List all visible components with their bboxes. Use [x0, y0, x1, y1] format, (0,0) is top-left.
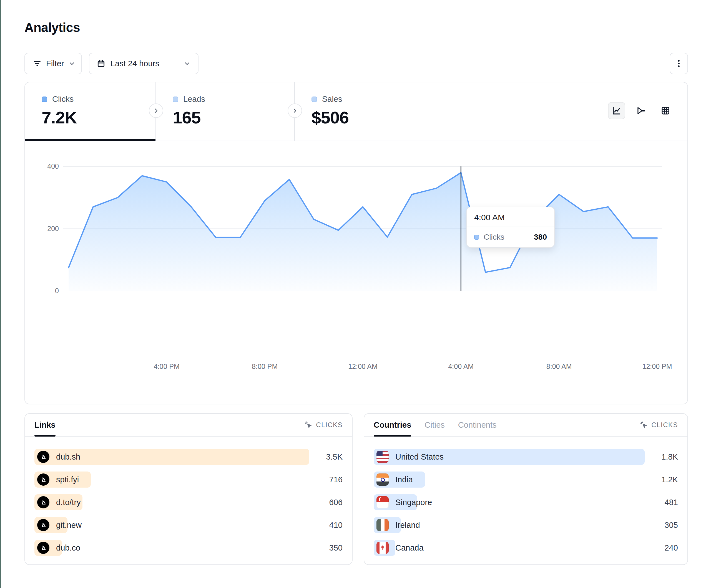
chevron-right-icon	[292, 108, 298, 114]
canada-flag-icon	[376, 542, 389, 554]
filter-button[interactable]: Filter	[24, 53, 82, 74]
country-row[interactable]: United States 1.8K	[374, 449, 678, 465]
toolbar: Filter Last 24 hours	[24, 53, 688, 74]
cursor-click-icon	[304, 421, 313, 429]
x-tick-label: 12:00 PM	[642, 362, 672, 370]
link-row[interactable]: dub.sh 3.5K	[35, 449, 343, 465]
tooltip-series-label: Clicks	[483, 233, 530, 242]
stat-label: Leads	[183, 95, 205, 104]
tooltip-value: 380	[534, 233, 547, 242]
ireland-flag-icon	[376, 519, 389, 531]
expand-clicks-button[interactable]	[149, 104, 163, 118]
country-row[interactable]: India 1.2K	[374, 472, 678, 488]
tab-cities[interactable]: Cities	[425, 414, 445, 436]
row-value: 3.5K	[309, 452, 343, 461]
y-tick-label: 400	[34, 162, 59, 170]
country-row[interactable]: Ireland 305	[374, 517, 678, 533]
clicks-value: 7.2K	[42, 108, 155, 127]
filter-lines-icon	[33, 59, 42, 68]
calendar-icon	[96, 59, 106, 68]
links-panel: Links CLICKS dub.sh 3.5K	[24, 413, 352, 565]
tab-leads[interactable]: Leads 165	[156, 82, 295, 141]
chevron-right-icon	[153, 108, 159, 114]
dub-logo-icon	[37, 496, 49, 508]
y-tick-label: 0	[34, 287, 59, 295]
line-chart-view-button[interactable]	[608, 102, 625, 119]
line-chart-icon	[611, 106, 622, 116]
x-tick-label: 8:00 PM	[252, 362, 278, 370]
y-tick-label: 200	[34, 225, 59, 233]
us-flag-icon	[376, 451, 389, 463]
tab-countries[interactable]: Countries	[374, 414, 411, 436]
row-value: 350	[309, 543, 343, 552]
tooltip-time: 4:00 AM	[467, 207, 554, 227]
clicks-timeseries-chart[interactable]: 0200400 4:00 PM8:00 PM12:00 AM4:00 AM8:0…	[25, 141, 689, 405]
row-value: 481	[645, 498, 678, 507]
more-options-button[interactable]	[670, 53, 688, 74]
dub-logo-icon	[37, 519, 49, 531]
chart-tooltip: 4:00 AM Clicks 380	[467, 207, 555, 248]
x-tick-label: 4:00 PM	[154, 362, 180, 370]
india-flag-icon	[376, 473, 389, 485]
funnel-icon	[636, 106, 646, 116]
countries-panel: Countries Cities Continents CLICKS Unite…	[364, 413, 688, 565]
window-edge-accent	[0, 0, 1, 588]
tab-links[interactable]: Links	[35, 414, 56, 436]
analytics-page: Analytics Filter Last 24 hours Clicks 7.…	[24, 0, 688, 35]
funnel-view-button[interactable]	[632, 102, 650, 119]
leads-value: 165	[173, 108, 294, 127]
leads-legend-chip	[173, 96, 178, 102]
stats-tabs-row: Clicks 7.2K Leads 165 Sales $506	[25, 82, 687, 141]
countries-metric-selector[interactable]: CLICKS	[640, 421, 678, 429]
dub-logo-icon	[37, 451, 49, 463]
x-tick-label: 8:00 AM	[546, 362, 572, 370]
chevron-down-icon	[184, 60, 191, 67]
x-tick-label: 12:00 AM	[348, 362, 378, 370]
link-row[interactable]: d.to/try 606	[35, 494, 343, 510]
tab-clicks[interactable]: Clicks 7.2K	[25, 82, 156, 141]
metric-label: CLICKS	[316, 421, 343, 429]
links-metric-selector[interactable]: CLICKS	[304, 421, 343, 429]
date-range-label: Last 24 hours	[110, 59, 159, 68]
analytics-card: Clicks 7.2K Leads 165 Sales $506	[24, 82, 688, 404]
link-row[interactable]: git.new 410	[35, 517, 343, 533]
chevron-down-icon	[68, 60, 76, 67]
x-tick-label: 4:00 AM	[448, 362, 474, 370]
clicks-legend-chip	[42, 96, 47, 102]
date-range-button[interactable]: Last 24 hours	[89, 53, 198, 74]
metric-label: CLICKS	[651, 421, 678, 429]
cursor-click-icon	[640, 421, 648, 429]
link-row[interactable]: dub.co 350	[35, 540, 343, 556]
clicks-legend-chip	[474, 235, 479, 240]
row-value: 305	[645, 521, 678, 530]
stat-label: Sales	[322, 95, 342, 104]
row-value: 410	[309, 521, 343, 530]
row-value: 1.8K	[645, 452, 678, 461]
grid-table-icon	[661, 106, 670, 116]
sales-legend-chip	[311, 96, 317, 102]
stat-label: Clicks	[52, 95, 73, 104]
filter-button-label: Filter	[46, 59, 64, 68]
dub-logo-icon	[37, 542, 49, 554]
row-value: 240	[645, 543, 678, 552]
dub-logo-icon	[37, 473, 49, 485]
page-title: Analytics	[24, 20, 688, 35]
singapore-flag-icon	[376, 496, 389, 508]
table-view-button[interactable]	[657, 102, 674, 119]
country-row[interactable]: Canada 240	[374, 540, 678, 556]
area-fill	[69, 173, 657, 291]
country-row[interactable]: Singapore 481	[374, 494, 678, 510]
row-value: 716	[309, 475, 343, 484]
chart-view-toggles	[608, 102, 674, 119]
link-row[interactable]: spti.fyi 716	[35, 472, 343, 488]
kebab-menu-icon	[675, 59, 683, 68]
row-value: 606	[309, 498, 343, 507]
row-value: 1.2K	[645, 475, 678, 484]
tab-continents[interactable]: Continents	[458, 414, 497, 436]
expand-leads-button[interactable]	[288, 104, 302, 118]
